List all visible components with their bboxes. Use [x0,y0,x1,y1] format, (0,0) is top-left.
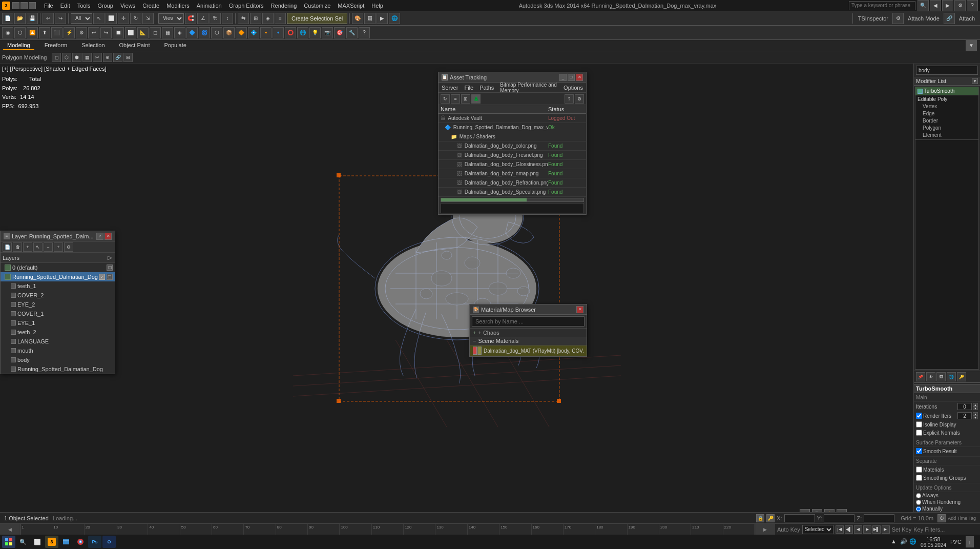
undo-btn[interactable]: ↩ [43,13,54,24]
tb2-btn26[interactable]: 💡 [309,27,321,38]
3dsmax-taskbar-icon[interactable]: 3 [45,536,58,548]
render-iters-up[interactable]: ▲ [973,412,978,416]
update-always-radio[interactable] [916,493,921,498]
attach-label[interactable]: Attach [956,15,978,22]
new-btn[interactable]: 📄 [2,13,13,24]
layer-item-teeth1[interactable]: teeth_1 [1,281,115,291]
asset-row-3[interactable]: 🖼 Dalmatian_dog_body_color.png Found [439,141,586,151]
task-view-btn[interactable]: ⬜ [31,536,44,548]
asset-bitmap-menu[interactable]: Bitmap Performance and Memory [500,82,557,93]
anim-first-btn[interactable]: |◀ [836,525,844,534]
save-btn[interactable]: 💾 [27,13,38,24]
material-search-input[interactable] [472,316,585,327]
update-when-rendering-radio[interactable] [916,500,921,505]
modifier-world-btn[interactable]: 🌐 [947,372,956,381]
menu-animation[interactable]: Animation [194,2,225,10]
pm-btn8[interactable]: ⊞ [123,53,133,62]
select-btn[interactable]: ↖ [93,13,105,24]
update-manually-radio[interactable] [916,506,921,512]
menu-help[interactable]: Help [368,2,386,10]
key-filters-label[interactable]: Key Filters... [913,526,945,533]
explorer-taskbar-icon[interactable] [59,536,73,548]
tab-modeling[interactable]: Modeling [3,41,34,50]
layer-item-eye1[interactable]: EYE_1 [1,318,115,328]
expand-polybar-btn[interactable]: ▼ [966,40,977,51]
asset-settings-btn[interactable]: ⚙ [575,94,584,104]
asset-grid-btn[interactable]: ⊞ [461,94,470,104]
asset-list-btn[interactable]: ≡ [451,94,460,104]
sub-polygon[interactable]: Polygon [922,125,976,131]
asset-file-menu[interactable]: File [464,85,473,91]
layer-item-cover1[interactable]: COVER_1 [1,309,115,318]
tb2-btn30[interactable]: ? [359,27,370,38]
snap-dropdown[interactable]: View [158,13,184,24]
ts-inspector-btn[interactable]: ⚙ [892,13,904,24]
layers-titlebar[interactable]: ≡ Layer: Running_Spotted_Dalm... ? ✕ [1,231,115,241]
asset-maximize-btn[interactable]: □ [568,74,575,81]
select-region-btn[interactable]: ⬜ [106,13,117,24]
menu-create[interactable]: Create [139,2,162,10]
anim-next-btn[interactable]: ▶▌ [872,525,881,534]
asset-paths-menu[interactable]: Paths [479,85,494,91]
start-btn[interactable] [2,536,15,548]
asset-row-0[interactable]: 🏛 Autodesk Vault Logged Out [439,114,586,123]
material-editor-btn[interactable]: 🎨 [352,13,363,24]
autokey-mode-select[interactable]: Selected [802,525,833,534]
tb2-btn27[interactable]: 📷 [322,27,333,38]
rotate-btn[interactable]: ↻ [130,13,141,24]
tb2-btn12[interactable]: 📐 [137,27,149,38]
smooth-result-check[interactable] [916,448,922,454]
modifier-pin-btn[interactable]: 📌 [916,372,925,381]
tb2-btn14[interactable]: ▦ [162,27,173,38]
tb2-btn28[interactable]: 🎯 [334,27,345,38]
tb2-btn1[interactable]: ◉ [2,27,13,38]
back-btn[interactable]: ◀ [930,0,941,11]
layer-item-default[interactable]: 0 (default) ☐ [1,263,115,272]
tb2-btn8[interactable]: ↩ [88,27,99,38]
modifier-list-dropdown[interactable]: ▼ [972,78,978,84]
anim-last-btn[interactable]: ▶| [882,525,890,534]
tb2-btn25[interactable]: 🌐 [297,27,308,38]
asset-row-8[interactable]: 🖼 Dalmatian_dog_body_Specular.png Found [439,188,586,197]
timeline-track[interactable]: 1 10 20 30 40 50 60 70 80 90 100 110 120… [20,524,755,535]
tb2-btn7[interactable]: ⚙ [76,27,87,38]
x-coord-input[interactable] [784,514,815,522]
modifier-unique-btn[interactable]: 🔑 [957,372,966,381]
tab-object-paint[interactable]: Object Paint [115,41,154,50]
tb2-btn2[interactable]: ⬡ [14,27,26,38]
layer-expand-btn[interactable]: + [54,242,63,252]
menu-group[interactable]: Group [94,2,116,10]
menu-views[interactable]: Views [117,2,138,10]
layer-collapse-btn[interactable]: − [44,242,53,252]
z-coord-input[interactable] [864,514,894,522]
angle-snap-btn[interactable]: ∠ [197,13,208,24]
anim-play-btn[interactable]: ▶ [863,525,871,534]
asset-row-2[interactable]: 📁 Maps / Shaders [439,132,586,141]
tab-freeform[interactable]: Freeform [40,41,72,50]
material-browser-titlebar[interactable]: 🎨 Material/Map Browser ✕ [470,304,587,315]
filter-dropdown[interactable]: All [71,13,92,24]
redo-btn[interactable]: ↪ [55,13,66,24]
explicit-normals-check[interactable] [916,430,922,436]
lock-btn[interactable]: 🔒 [756,514,764,522]
tb2-btn19[interactable]: 📦 [223,27,235,38]
layer-item-running-dog-mesh[interactable]: Running_Spotted_Dalmatian_Dog [1,364,115,374]
attach-mode-btn[interactable]: 🔗 [944,13,955,24]
sub-element[interactable]: Element [922,132,976,138]
asset-refresh-btn[interactable]: ↻ [441,94,450,104]
spinner-snap-btn[interactable]: ↕ [222,13,233,24]
modifier-render-btn[interactable]: 🖼 [936,372,946,381]
chaos-row[interactable]: + + Chaos [470,329,587,337]
taskbar-language[interactable]: РУС [950,539,962,545]
key-btn[interactable]: 🔑 [766,514,775,522]
sub-border[interactable]: Border [922,117,976,124]
move-btn[interactable]: ✛ [118,13,129,24]
forward-btn[interactable]: ▶ [942,0,953,11]
asset-options-menu[interactable]: Options [564,85,583,91]
pm-btn3[interactable]: ⬢ [72,53,81,62]
pm-btn4[interactable]: ▦ [82,53,92,62]
layer-item-mouth[interactable]: mouth [1,346,115,355]
system-tray-icon1[interactable]: ▲ [891,538,898,545]
tb2-btn11[interactable]: ⬜ [125,27,136,38]
mirror-btn[interactable]: ⇆ [238,13,249,24]
